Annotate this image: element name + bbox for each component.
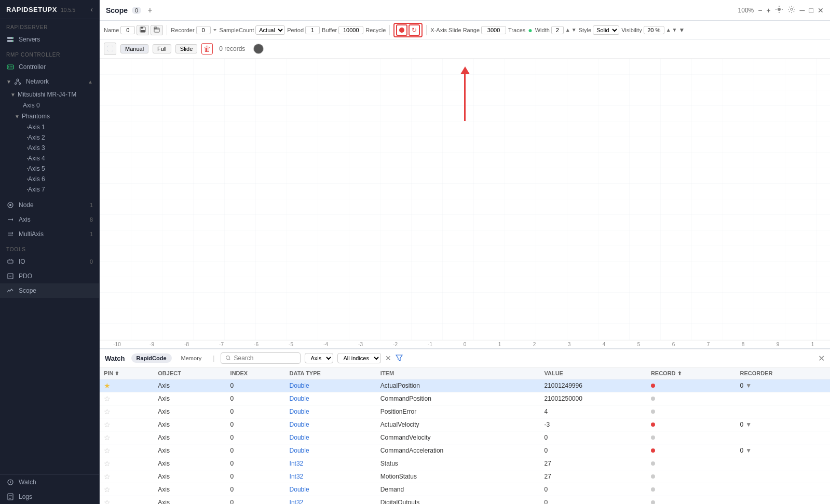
brightness-button[interactable] bbox=[775, 5, 783, 15]
chart-dot-button[interactable] bbox=[253, 44, 264, 54]
x-label-7: -3 bbox=[343, 342, 378, 347]
col-pin: PIN ⬆ bbox=[100, 367, 154, 379]
maximize-button[interactable]: □ bbox=[809, 6, 813, 15]
cell-datatype-6: Int32 bbox=[285, 457, 376, 470]
manual-button[interactable]: Manual bbox=[120, 44, 148, 53]
zoom-in-button[interactable]: + bbox=[766, 6, 770, 15]
sidebar-item-io[interactable]: IO 0 bbox=[0, 254, 99, 269]
divider3 bbox=[426, 25, 427, 35]
tree-phantom-axis4[interactable]: Axis 4 bbox=[0, 153, 99, 164]
sidebar-item-multiaxis[interactable]: MultiAxis 1 bbox=[0, 227, 99, 241]
clear-filter-button[interactable]: ✕ bbox=[385, 354, 391, 362]
buffer-input[interactable] bbox=[338, 26, 363, 34]
minimize-button[interactable]: ─ bbox=[800, 6, 805, 15]
search-input[interactable] bbox=[234, 355, 296, 362]
cell-item-9: DigitalOutputs bbox=[376, 496, 540, 505]
tree-phantom-axis6[interactable]: Axis 6 bbox=[0, 174, 99, 184]
settings-button[interactable] bbox=[787, 5, 796, 15]
width-input[interactable] bbox=[551, 26, 564, 34]
cell-index-5: 0 bbox=[226, 444, 285, 457]
indices-filter-select[interactable]: All indices bbox=[337, 353, 381, 363]
sidebar-item-network[interactable]: ▼ Network ▲ bbox=[0, 74, 99, 89]
sidebar-item-logs[interactable]: Logs bbox=[0, 489, 99, 504]
cell-pin-5[interactable]: ☆ bbox=[100, 444, 154, 457]
sidebar-item-scope[interactable]: Scope bbox=[0, 283, 99, 298]
cell-pin-3[interactable]: ☆ bbox=[100, 418, 154, 431]
x-label-15: 5 bbox=[621, 342, 656, 347]
x-label-14: 4 bbox=[587, 342, 621, 347]
search-box bbox=[221, 352, 301, 364]
recorder-input[interactable] bbox=[196, 26, 211, 34]
sidebar-item-node[interactable]: Node 1 bbox=[0, 198, 99, 212]
add-tab-button[interactable]: + bbox=[145, 6, 154, 15]
width-up-button[interactable]: ▲ bbox=[565, 27, 570, 33]
samplecount-select[interactable]: Actual bbox=[255, 25, 285, 35]
cell-pin-8[interactable]: ☆ bbox=[100, 483, 154, 496]
load-name-button[interactable] bbox=[151, 25, 163, 35]
cell-pin-9[interactable]: ☆ bbox=[100, 496, 154, 505]
visibility-input[interactable] bbox=[644, 26, 664, 34]
cell-value-9: 0 bbox=[540, 496, 646, 505]
sidebar-item-axis[interactable]: Axis 8 bbox=[0, 212, 99, 227]
slide-range-label: Slide Range bbox=[448, 27, 480, 33]
save-name-button[interactable] bbox=[137, 25, 149, 35]
tab-rapidcode[interactable]: RapidCode bbox=[131, 353, 172, 363]
filter-button[interactable] bbox=[396, 354, 403, 363]
record-button[interactable] bbox=[396, 24, 407, 36]
slide-button[interactable]: Slide bbox=[175, 44, 197, 53]
sidebar-collapse-button[interactable]: ‹ bbox=[90, 5, 93, 13]
more-options-button[interactable]: ▼ bbox=[678, 26, 685, 34]
sidebar-item-pdo[interactable]: PDO bbox=[0, 269, 99, 283]
sidebar-item-controller[interactable]: Controller bbox=[0, 60, 99, 74]
cell-pin-2[interactable]: ☆ bbox=[100, 405, 154, 418]
sidebar-item-watch[interactable]: Watch bbox=[0, 475, 99, 489]
tree-phantoms-label: Phantoms bbox=[22, 113, 50, 120]
close-button[interactable]: ✕ bbox=[818, 6, 824, 15]
svg-line-26 bbox=[10, 482, 11, 483]
cell-pin-1[interactable]: ☆ bbox=[100, 392, 154, 405]
full-button[interactable]: Full bbox=[153, 44, 171, 53]
tree-phantom-axis2[interactable]: Axis 2 bbox=[0, 132, 99, 143]
cell-pin-7[interactable]: ☆ bbox=[100, 470, 154, 483]
visibility-down-button[interactable]: ▼ bbox=[672, 27, 677, 33]
tree-phantom-axis3[interactable]: Axis 3 bbox=[0, 143, 99, 153]
tree-phantom-axis1[interactable]: Axis 1 bbox=[0, 122, 99, 132]
cell-value-4: 0 bbox=[540, 431, 646, 444]
name-input[interactable] bbox=[120, 26, 135, 34]
cell-object-4: Axis bbox=[154, 431, 226, 444]
tree-phantom-axis7[interactable]: Axis 7 bbox=[0, 184, 99, 195]
x-label-11: 1 bbox=[482, 342, 517, 347]
visibility-up-button[interactable]: ▲ bbox=[666, 27, 671, 33]
x-label-17: 7 bbox=[691, 342, 726, 347]
x-label-0: -10 bbox=[100, 342, 134, 347]
cell-pin-6[interactable]: ☆ bbox=[100, 457, 154, 470]
period-input[interactable] bbox=[305, 26, 320, 34]
cell-record-9 bbox=[647, 496, 736, 505]
expand-row-3[interactable]: ▼ bbox=[745, 421, 752, 428]
phantom-axis7-label: Axis 7 bbox=[28, 186, 45, 193]
tree-phantom-axis5[interactable]: Axis 5 bbox=[0, 164, 99, 174]
cell-pin-0[interactable]: ★ bbox=[100, 379, 154, 392]
cell-object-7: Axis bbox=[154, 470, 226, 483]
cell-index-8: 0 bbox=[226, 483, 285, 496]
delete-trace-button[interactable]: 🗑 bbox=[201, 43, 213, 55]
expand-chart-button[interactable]: ⛶ bbox=[104, 43, 116, 55]
slide-range-input[interactable] bbox=[481, 26, 506, 34]
style-select[interactable]: Solid bbox=[593, 25, 619, 35]
tab-memory[interactable]: Memory bbox=[176, 353, 207, 363]
tree-axis-0[interactable]: Axis 0 bbox=[0, 100, 99, 111]
watch-close-button[interactable]: ✕ bbox=[818, 353, 825, 363]
cell-item-4: CommandVelocity bbox=[376, 431, 540, 444]
cell-pin-4[interactable]: ☆ bbox=[100, 431, 154, 444]
svg-point-13 bbox=[9, 204, 11, 206]
axis-filter-select[interactable]: Axis bbox=[305, 353, 333, 363]
expand-row-5[interactable]: ▼ bbox=[745, 447, 752, 454]
width-down-button[interactable]: ▼ bbox=[572, 27, 577, 33]
multiaxis-icon bbox=[6, 230, 15, 238]
tree-device-mitsubishi[interactable]: ▼ Mitsubishi MR-J4-TM bbox=[0, 89, 99, 100]
refresh-button[interactable]: ↻ bbox=[409, 24, 420, 36]
tree-phantoms[interactable]: ▼ Phantoms bbox=[0, 111, 99, 122]
sidebar-item-servers[interactable]: Servers bbox=[0, 32, 99, 47]
expand-row-0[interactable]: ▼ bbox=[745, 382, 752, 389]
zoom-out-button[interactable]: − bbox=[758, 6, 762, 15]
